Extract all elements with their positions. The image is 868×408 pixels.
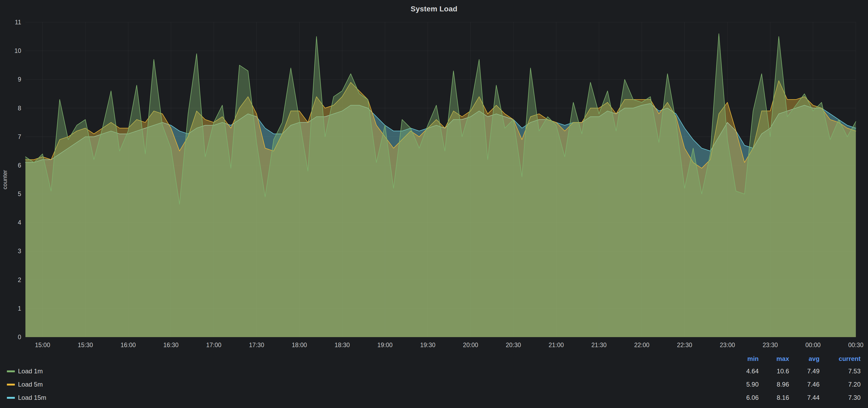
- legend-current-load-15m: 7.30: [821, 391, 862, 404]
- series-color-swatch-load-1m: [7, 370, 15, 372]
- legend-current-load-1m: 7.53: [821, 365, 862, 378]
- svg-text:10: 10: [14, 47, 21, 54]
- svg-text:11: 11: [15, 19, 21, 26]
- legend-avg-load-1m: 7.49: [791, 365, 821, 378]
- legend-min-load-1m: 4.64: [730, 365, 760, 378]
- legend-min-load-5m: 5.90: [730, 378, 760, 391]
- svg-text:9: 9: [18, 76, 21, 83]
- legend-label-load-5m: Load 5m: [18, 381, 43, 388]
- svg-text:23:00: 23:00: [720, 342, 735, 348]
- svg-text:0: 0: [18, 334, 21, 341]
- legend-col-avg[interactable]: avg: [791, 353, 821, 365]
- svg-text:23:30: 23:30: [763, 342, 778, 348]
- legend-header-spacer: [7, 353, 730, 365]
- svg-text:20:00: 20:00: [463, 342, 478, 348]
- legend-col-min[interactable]: min: [730, 353, 760, 365]
- legend-item-load-1m[interactable]: Load 1m: [7, 365, 730, 378]
- svg-text:00:30: 00:30: [848, 342, 864, 348]
- svg-text:18:00: 18:00: [292, 342, 307, 348]
- svg-text:17:30: 17:30: [249, 342, 264, 348]
- legend-item-load-15m[interactable]: Load 15m: [7, 391, 730, 404]
- legend-label-load-1m: Load 1m: [18, 368, 43, 375]
- svg-text:16:30: 16:30: [163, 342, 179, 348]
- legend: min max avg current Load 1m 4.64 10.6 7.…: [0, 352, 868, 408]
- svg-text:17:00: 17:00: [206, 342, 221, 348]
- legend-avg-load-5m: 7.46: [791, 378, 821, 391]
- series-color-swatch-load-15m: [7, 397, 15, 399]
- svg-text:18:30: 18:30: [335, 342, 350, 348]
- svg-text:4: 4: [18, 219, 21, 226]
- legend-min-load-15m: 6.06: [730, 391, 760, 404]
- svg-text:20:30: 20:30: [506, 342, 521, 348]
- svg-text:1: 1: [18, 305, 21, 312]
- svg-text:15:30: 15:30: [78, 342, 93, 348]
- svg-text:3: 3: [18, 248, 21, 254]
- svg-text:21:30: 21:30: [591, 342, 607, 348]
- svg-text:15:00: 15:00: [35, 342, 50, 348]
- svg-text:19:30: 19:30: [420, 342, 436, 348]
- legend-avg-load-15m: 7.44: [791, 391, 821, 404]
- chart-plot[interactable]: 0123456789101115:0015:3016:0016:3017:001…: [0, 18, 868, 352]
- svg-text:22:00: 22:00: [634, 342, 650, 348]
- svg-text:22:30: 22:30: [677, 342, 692, 348]
- svg-text:21:00: 21:00: [549, 342, 564, 348]
- legend-item-load-5m[interactable]: Load 5m: [7, 378, 730, 391]
- legend-col-max[interactable]: max: [760, 353, 791, 365]
- svg-text:5: 5: [18, 191, 21, 197]
- legend-col-current[interactable]: current: [821, 353, 862, 365]
- legend-max-load-15m: 8.16: [760, 391, 791, 404]
- svg-text:6: 6: [18, 162, 21, 169]
- series-color-swatch-load-5m: [7, 384, 15, 385]
- panel-title: System Load: [0, 0, 868, 18]
- svg-text:counter: counter: [2, 170, 8, 189]
- svg-text:7: 7: [18, 133, 21, 140]
- legend-current-load-5m: 7.20: [821, 378, 862, 391]
- legend-max-load-5m: 8.96: [760, 378, 791, 391]
- legend-label-load-15m: Load 15m: [18, 394, 46, 401]
- legend-max-load-1m: 10.6: [760, 365, 791, 378]
- graph-panel: System Load 0123456789101115:0015:3016:0…: [0, 0, 868, 408]
- svg-text:16:00: 16:00: [121, 342, 136, 348]
- svg-text:2: 2: [18, 276, 21, 283]
- chart-svg: 0123456789101115:0015:3016:0016:3017:001…: [0, 18, 868, 352]
- svg-text:00:00: 00:00: [806, 342, 821, 348]
- svg-text:19:00: 19:00: [377, 342, 393, 348]
- svg-text:8: 8: [18, 105, 21, 112]
